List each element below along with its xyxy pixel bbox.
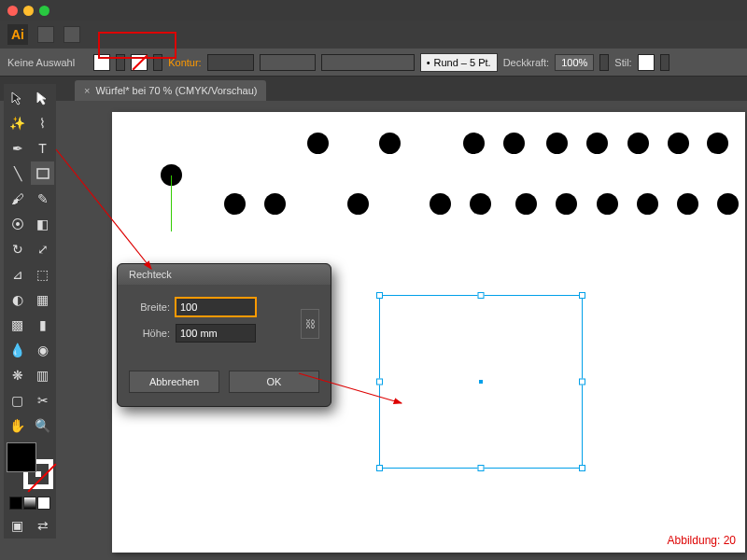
style-swatch[interactable] <box>638 54 655 71</box>
selection-bounding-box[interactable] <box>379 295 583 469</box>
dialog-title: Rechteck <box>118 264 331 285</box>
document-tabstrip: × Würfel* bei 70 % (CMYK/Vorschau) <box>0 77 747 101</box>
width-input[interactable] <box>176 298 256 316</box>
dice-dot <box>717 193 739 215</box>
perspective-tool[interactable]: ▦ <box>31 287 54 311</box>
fill-swatch[interactable] <box>93 54 110 71</box>
stroke-weight-input[interactable] <box>207 54 254 71</box>
brush-name-dropdown[interactable]: • Rund – 5 Pt. <box>420 53 498 72</box>
document-tab-label: Würfel* bei 70 % (CMYK/Vorschau) <box>95 85 257 96</box>
stroke-dropdown[interactable] <box>153 54 162 71</box>
brush-tool[interactable]: 🖌 <box>6 187 29 210</box>
screen-mode-toggle[interactable]: ⇄ <box>31 513 54 537</box>
dice-dot <box>347 193 369 215</box>
mesh-tool[interactable]: ▩ <box>6 313 29 336</box>
document-tab[interactable]: × Würfel* bei 70 % (CMYK/Vorschau) <box>75 80 266 101</box>
opacity-label: Deckkraft: <box>503 57 550 68</box>
width-label: Breite: <box>129 301 170 313</box>
dice-dot <box>556 193 577 215</box>
stroke-swatch[interactable] <box>131 54 148 71</box>
symbol-sprayer-tool[interactable]: ❋ <box>6 363 29 386</box>
gradient-tool[interactable]: ▮ <box>31 313 54 336</box>
link-dimensions-icon[interactable]: ⛓ <box>301 309 319 339</box>
screen-mode-normal[interactable]: ▣ <box>6 513 29 537</box>
dice-dot <box>430 193 451 215</box>
pencil-tool[interactable]: ✎ <box>31 187 54 210</box>
type-tool[interactable]: T <box>31 136 54 160</box>
minimize-window-button[interactable] <box>23 6 34 16</box>
cancel-button[interactable]: Abbrechen <box>129 371 219 393</box>
window-titlebar <box>0 0 747 21</box>
blend-tool[interactable]: ◉ <box>31 338 54 361</box>
color-mode-row <box>6 495 54 511</box>
svg-rect-0 <box>37 169 49 178</box>
height-label: Höhe: <box>129 328 170 339</box>
dice-dot <box>264 193 286 215</box>
layout-icon[interactable] <box>63 26 80 43</box>
tools-panel: ✨ ⌇ ✒ T ╲ 🖌 ✎ ⦿ ◧ ↻ ⤢ ⊿ ⬚ ◐ ▦ ▩ ▮ 💧 ◉ ❋ … <box>4 84 56 539</box>
close-window-button[interactable] <box>7 6 18 16</box>
pen-tool[interactable]: ✒ <box>6 136 29 160</box>
shape-builder-tool[interactable]: ◐ <box>6 287 29 311</box>
segment-tool[interactable]: ╲ <box>6 161 29 185</box>
blob-brush-tool[interactable]: ⦿ <box>6 212 29 235</box>
dice-dot <box>379 133 401 154</box>
dice-dot <box>668 133 689 154</box>
width-tool[interactable]: ⊿ <box>6 262 29 286</box>
dice-dot <box>470 193 491 215</box>
direct-selection-tool[interactable] <box>31 86 54 109</box>
stroke-profile-dropdown[interactable] <box>260 54 316 71</box>
dice-dot <box>707 133 728 154</box>
dice-dot <box>515 193 537 215</box>
dice-dot <box>586 133 608 154</box>
eyedropper-tool[interactable]: 💧 <box>6 338 29 361</box>
slice-tool[interactable]: ✂ <box>31 388 54 412</box>
magic-wand-tool[interactable]: ✨ <box>6 111 29 134</box>
app-logo: Ai <box>7 24 28 45</box>
zoom-tool[interactable]: 🔍 <box>31 413 54 437</box>
opacity-dropdown[interactable] <box>599 54 609 71</box>
color-mode-color[interactable] <box>9 497 22 510</box>
dice-dot <box>637 193 658 215</box>
height-input[interactable] <box>176 324 256 343</box>
dice-dot <box>546 133 568 154</box>
hand-tool[interactable]: ✋ <box>6 413 29 437</box>
bridge-icon[interactable] <box>37 26 54 43</box>
graph-tool[interactable]: ▥ <box>31 363 54 386</box>
style-label: Stil: <box>614 57 631 68</box>
control-bar: Keine Auswahl Kontur: • Rund – 5 Pt. Dec… <box>0 49 747 77</box>
ok-button[interactable]: OK <box>229 371 319 393</box>
eraser-tool[interactable]: ◧ <box>31 212 54 235</box>
kontur-label: Kontur: <box>168 57 201 68</box>
close-tab-icon[interactable]: × <box>84 85 90 96</box>
maximize-window-button[interactable] <box>39 6 49 16</box>
rotate-tool[interactable]: ↻ <box>6 237 29 260</box>
scale-tool[interactable]: ⤢ <box>31 237 54 260</box>
rectangle-tool[interactable] <box>31 161 54 185</box>
dice-dot <box>503 133 525 154</box>
style-dropdown[interactable] <box>660 54 669 71</box>
fill-stroke-indicator[interactable] <box>7 442 53 489</box>
selection-tool[interactable] <box>6 86 29 109</box>
color-mode-none[interactable] <box>37 497 50 510</box>
fill-color-icon[interactable] <box>7 442 36 472</box>
lasso-tool[interactable]: ⌇ <box>31 111 54 134</box>
dice-dot <box>463 133 485 154</box>
dice-dot <box>677 193 698 215</box>
brush-definition-dropdown[interactable] <box>321 54 415 71</box>
traffic-lights <box>7 6 49 16</box>
dice-dot <box>597 193 618 215</box>
dice-dot <box>307 133 329 154</box>
dice-dot <box>627 133 649 154</box>
opacity-input[interactable]: 100% <box>555 54 594 71</box>
selection-status: Keine Auswahl <box>7 57 75 68</box>
figure-caption: Abbildung: 20 <box>668 534 736 547</box>
artboard-tool[interactable]: ▢ <box>6 388 29 412</box>
free-transform-tool[interactable]: ⬚ <box>31 262 54 286</box>
color-mode-gradient[interactable] <box>23 497 36 510</box>
app-menubar: Ai <box>0 21 747 49</box>
dice-dot <box>224 193 246 215</box>
smart-guide <box>171 175 172 231</box>
fill-dropdown[interactable] <box>116 54 125 71</box>
rectangle-dialog: Rechteck Breite: Höhe: ⛓ Abbrechen OK <box>117 263 331 407</box>
